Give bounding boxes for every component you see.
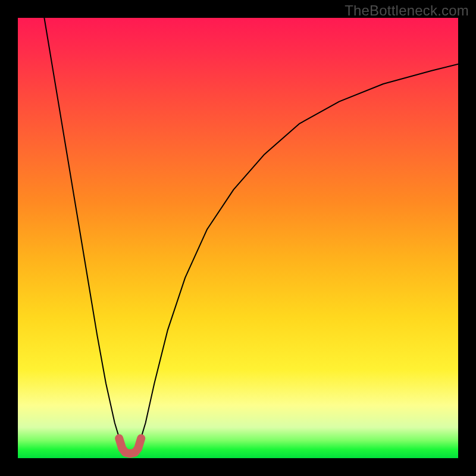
plot-area bbox=[18, 18, 458, 458]
series-left-branch bbox=[44, 18, 121, 445]
chart-paths bbox=[44, 18, 458, 454]
watermark-text: TheBottleneck.com bbox=[345, 2, 469, 19]
chart-svg bbox=[18, 18, 458, 458]
series-right-branch bbox=[139, 64, 459, 445]
series-u-marker bbox=[119, 439, 141, 454]
chart-frame: TheBottleneck.com bbox=[0, 0, 476, 476]
